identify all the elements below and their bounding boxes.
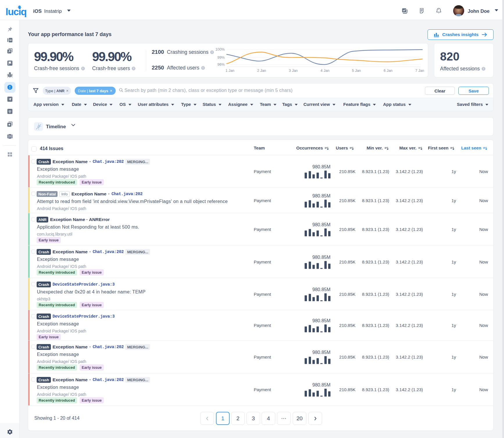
svg-text:99%: 99% (217, 56, 225, 60)
svg-text:5 Jan: 5 Jan (352, 69, 361, 73)
svg-text:4 Jan: 4 Jan (321, 69, 330, 73)
svg-text:3 Jan: 3 Jan (289, 69, 298, 73)
svg-text:2 Jan: 2 Jan (257, 69, 266, 73)
svg-text:1 Jan: 1 Jan (226, 69, 235, 73)
svg-text:96%: 96% (217, 63, 225, 67)
svg-text:100%: 100% (215, 47, 225, 51)
svg-text:7 Jan: 7 Jan (415, 69, 424, 73)
svg-text:6 Jan: 6 Jan (384, 69, 393, 73)
